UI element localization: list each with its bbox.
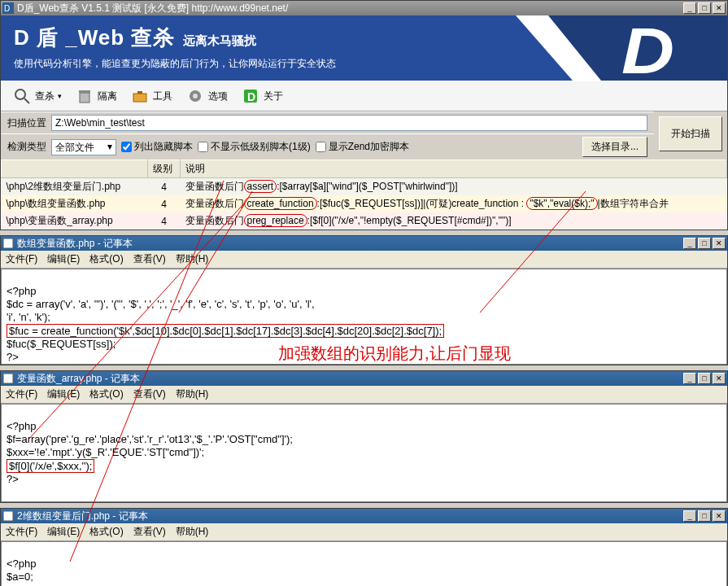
- notepad2-title: 变量函数_array.php - 记事本: [17, 372, 683, 386]
- svg-line-6: [24, 98, 29, 103]
- close-button[interactable]: ✕: [713, 2, 726, 14]
- svg-rect-8: [79, 90, 90, 93]
- svg-text:D: D: [621, 15, 674, 81]
- hl-assert: assert: [244, 180, 277, 193]
- svg-rect-16: [3, 374, 13, 383]
- scan-type-row: 检测类型 全部文件 ▾ 列出隐藏脚本 不显示低级别脚本(1级) 显示Zend加密…: [1, 133, 654, 160]
- start-scan-button[interactable]: 开始扫描: [659, 116, 722, 151]
- briefcase-icon: [130, 86, 150, 106]
- svg-rect-15: [3, 238, 13, 248]
- maximize-button[interactable]: □: [698, 238, 711, 249]
- scan-type-select[interactable]: 全部文件 ▾: [51, 139, 116, 155]
- app-logo-sub: 远离木马骚扰: [183, 33, 256, 49]
- tool-isolate[interactable]: 隔离: [70, 85, 122, 107]
- svg-rect-10: [137, 91, 142, 94]
- col-file[interactable]: [2, 160, 148, 178]
- chk-zend[interactable]: 显示Zend加密脚本: [316, 140, 409, 154]
- close-button[interactable]: ✕: [713, 373, 726, 384]
- menu-format[interactable]: 格式(O): [89, 525, 123, 539]
- svg-point-5: [15, 90, 25, 99]
- notepad-icon: [2, 238, 14, 249]
- menu-edit[interactable]: 编辑(E): [47, 525, 80, 539]
- tool-scan-label: 查杀: [35, 90, 54, 103]
- notepad3-content[interactable]: <?php $a=0; $item['wind'] = 'assert'; $a…: [1, 541, 727, 586]
- notepad-menubar: 文件(F) 编辑(E) 格式(O) 查看(V) 帮助(H): [1, 386, 727, 404]
- menu-file[interactable]: 文件(F): [6, 387, 37, 401]
- close-button[interactable]: ✕: [713, 238, 726, 249]
- notepad-window-2: 变量函数_array.php - 记事本 _ □ ✕ 文件(F) 编辑(E) 格…: [0, 370, 728, 503]
- notepad1-titlebar: 数组变量函数.php - 记事本 _ □ ✕: [1, 236, 727, 251]
- scan-location-input[interactable]: [51, 115, 647, 131]
- table-row[interactable]: \php\数组变量函数.php 4 变量函数后门create_function:…: [2, 195, 727, 212]
- chevron-down-icon: ▾: [107, 141, 112, 152]
- main-toolbar: 查杀 ▾ 隔离 工具 选项 D 关于: [1, 81, 727, 112]
- tool-tools-label: 工具: [153, 90, 172, 103]
- svg-point-12: [193, 94, 198, 98]
- tool-scan[interactable]: 查杀 ▾: [7, 85, 67, 107]
- tool-about[interactable]: D 关于: [236, 85, 288, 107]
- tool-isolate-label: 隔离: [98, 90, 117, 103]
- menu-format[interactable]: 格式(O): [89, 387, 123, 401]
- scan-type-label: 检测类型: [7, 140, 46, 154]
- hl-code-line: $fuc = create_function('$k',$dc[10].$dc[…: [7, 324, 444, 338]
- svg-rect-17: [3, 511, 13, 521]
- app-icon: D: [2, 2, 14, 14]
- tool-options[interactable]: 选项: [181, 85, 233, 107]
- annotation-text: 加强数组的识别能力,让后门显现: [278, 343, 511, 365]
- menu-edit[interactable]: 编辑(E): [47, 387, 80, 401]
- table-row[interactable]: \php\2维数组变量后门.php 4 变量函数后门assert:[$array…: [2, 178, 727, 196]
- app-logo-text: D 盾 _Web 查杀: [14, 24, 175, 52]
- notepad1-content[interactable]: <?php $dc = array('v', 'a', '")', '("', …: [1, 269, 727, 365]
- menu-view[interactable]: 查看(V): [133, 525, 166, 539]
- menu-file[interactable]: 文件(F): [6, 252, 37, 266]
- gear-icon: [185, 86, 205, 106]
- dropdown-icon: ▾: [58, 92, 62, 100]
- notepad-menubar: 文件(F) 编辑(E) 格式(O) 查看(V) 帮助(H): [1, 523, 727, 541]
- menu-help[interactable]: 帮助(H): [176, 252, 209, 266]
- col-level[interactable]: 级别: [148, 160, 181, 178]
- chk-hidden[interactable]: 列出隐藏脚本: [121, 140, 193, 154]
- minimize-button[interactable]: _: [683, 238, 696, 249]
- minimize-button[interactable]: _: [683, 373, 696, 384]
- search-icon: [12, 86, 32, 106]
- results-table: 级别 说明 \php\2维数组变量后门.php 4 变量函数后门assert:[…: [1, 160, 727, 230]
- menu-file[interactable]: 文件(F): [6, 525, 37, 539]
- svg-text:D: D: [4, 4, 10, 13]
- notepad3-title: 2维数组变量后门.php - 记事本: [17, 509, 683, 523]
- maximize-button[interactable]: □: [698, 510, 711, 522]
- notepad-menubar: 文件(F) 编辑(E) 格式(O) 查看(V) 帮助(H): [1, 251, 727, 269]
- scan-location-row: 扫描位置: [1, 112, 654, 133]
- svg-rect-9: [133, 94, 146, 102]
- notepad2-titlebar: 变量函数_array.php - 记事本 _ □ ✕: [1, 371, 727, 386]
- close-button[interactable]: ✕: [713, 510, 726, 522]
- choose-dir-button[interactable]: 选择目录...: [582, 137, 647, 157]
- main-titlebar: D D盾_Web查杀 V1.5.1 测试版 [永久免费] http://www.…: [1, 1, 727, 15]
- menu-view[interactable]: 查看(V): [133, 387, 166, 401]
- trash-icon: [75, 86, 94, 106]
- scan-location-label: 扫描位置: [7, 116, 46, 130]
- menu-edit[interactable]: 编辑(E): [47, 252, 80, 266]
- hl-eval: "$k","eval($k);": [526, 197, 597, 210]
- svg-rect-7: [80, 93, 89, 103]
- d-graphic-icon: D: [475, 15, 727, 81]
- notepad-window-1: 数组变量函数.php - 记事本 _ □ ✕ 文件(F) 编辑(E) 格式(O)…: [0, 235, 728, 365]
- menu-view[interactable]: 查看(V): [133, 252, 166, 266]
- minimize-button[interactable]: _: [683, 510, 696, 522]
- svg-text:D: D: [247, 90, 255, 103]
- notepad2-content[interactable]: <?php $f=array('pre'.'g_re'.'place','st'…: [1, 404, 727, 502]
- window-title: D盾_Web查杀 V1.5.1 测试版 [永久免费] http://www.d9…: [17, 2, 683, 15]
- col-desc[interactable]: 说明: [181, 160, 727, 178]
- maximize-button[interactable]: □: [698, 373, 711, 384]
- menu-format[interactable]: 格式(O): [89, 252, 123, 266]
- hl-code-line: $f[0]('/x/e',$xxx,'');: [7, 459, 94, 473]
- notepad1-title: 数组变量函数.php - 记事本: [17, 237, 683, 251]
- chk-lowlevel[interactable]: 不显示低级别脚本(1级): [198, 140, 311, 154]
- maximize-button[interactable]: □: [698, 2, 711, 14]
- minimize-button[interactable]: _: [683, 2, 696, 14]
- menu-help[interactable]: 帮助(H): [176, 387, 209, 401]
- notepad-icon: [2, 510, 14, 522]
- menu-help[interactable]: 帮助(H): [176, 525, 209, 539]
- tool-tools[interactable]: 工具: [125, 85, 177, 107]
- hl-pregreplace: preg_replace: [244, 214, 307, 227]
- table-row[interactable]: \php\变量函数_array.php 4 变量函数后门preg_replace…: [2, 212, 727, 230]
